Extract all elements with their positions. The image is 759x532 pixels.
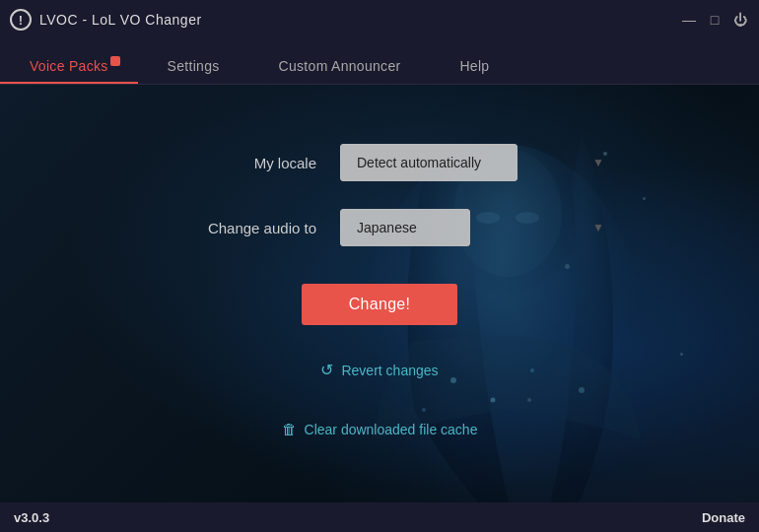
audio-select-arrow: ▼ [592,221,604,234]
nav-item-help[interactable]: Help [430,48,518,84]
change-button[interactable]: Change! [302,284,458,325]
main-content: My locale Detect automatically English (… [0,85,759,532]
clear-cache-link[interactable]: 🗑 Clear downloaded file cache [282,421,478,437]
trash-icon: 🗑 [282,421,297,437]
app-icon: ! [10,9,32,31]
content-panel: My locale Detect automatically English (… [0,85,759,437]
nav-item-settings[interactable]: Settings [138,48,249,84]
locale-select[interactable]: Detect automatically English (US) Englis… [340,144,518,181]
title-bar-left: ! LVOC - LoL VO Changer [10,9,202,31]
title-bar-controls: — □ ⏻ [680,11,749,29]
audio-label: Change audio to [143,220,340,236]
footer: v3.0.3 Donate [0,502,759,532]
locale-label: My locale [143,155,340,171]
locale-select-wrapper: Detect automatically English (US) Englis… [340,144,616,181]
revert-label: Revert changes [341,363,438,378]
minimize-button[interactable]: — [680,11,698,29]
nav-bar: Voice Packs Settings Custom Announcer He… [0,39,759,85]
nav-item-custom-announcer[interactable]: Custom Announcer [249,48,431,84]
locale-row: My locale Detect automatically English (… [143,144,616,181]
revert-icon: ↺ [320,361,333,379]
audio-select-wrapper: Japanese English (US) English (UK) Frenc… [340,209,616,246]
locale-select-arrow: ▼ [592,156,604,169]
version-label: v3.0.3 [14,510,49,525]
audio-row: Change audio to Japanese English (US) En… [143,209,616,246]
maximize-button[interactable]: □ [706,11,724,29]
donate-button[interactable]: Donate [702,510,745,525]
nav-item-voice-packs[interactable]: Voice Packs [0,48,138,84]
nav-indicator [110,56,120,66]
audio-select[interactable]: Japanese English (US) English (UK) Frenc… [340,209,470,246]
revert-link[interactable]: ↺ Revert changes [320,361,438,379]
close-button[interactable]: ⏻ [731,11,749,29]
clear-cache-label: Clear downloaded file cache [305,422,478,437]
app-title: LVOC - LoL VO Changer [39,12,202,28]
title-bar: ! LVOC - LoL VO Changer — □ ⏻ [0,0,759,39]
